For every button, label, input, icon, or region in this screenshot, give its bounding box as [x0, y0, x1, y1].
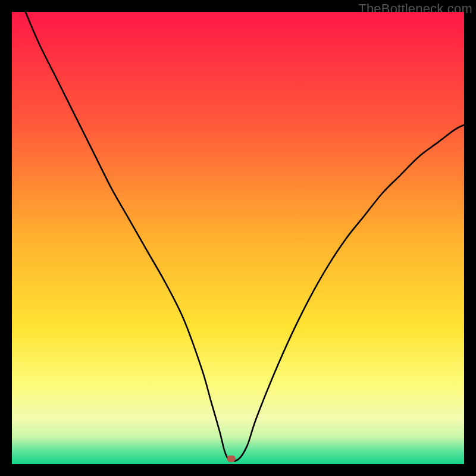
chart-frame: TheBottleneck.com [0, 0, 476, 476]
gradient-background [12, 12, 464, 464]
optimal-point-marker [227, 455, 236, 462]
bottleneck-chart [12, 12, 464, 464]
plot-area [12, 12, 464, 464]
